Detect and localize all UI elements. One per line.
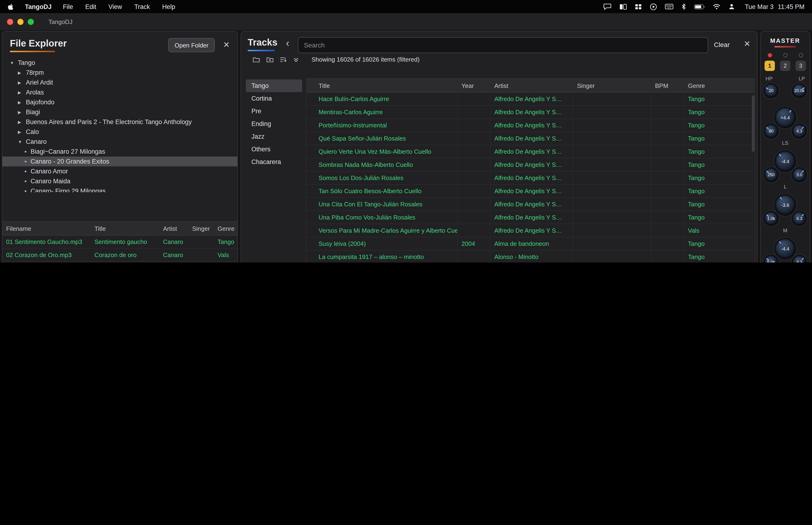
eq-gain-knob[interactable]: +4.4: [775, 107, 796, 128]
chevron-right-icon[interactable]: ▶: [18, 130, 26, 134]
column-header[interactable]: Genre: [214, 225, 237, 232]
eq-freq-knob[interactable]: 80: [764, 124, 779, 139]
search-input[interactable]: [298, 37, 708, 53]
table-row[interactable]: Somos Los Dos-Julián RosalesAlfredo De A…: [306, 171, 755, 185]
tree-item[interactable]: ▶Bajofondo: [2, 97, 237, 107]
table-row[interactable]: Tan Sólo Cuatro Besos-Alberto CuelloAlfr…: [306, 185, 755, 198]
table-row[interactable]: Una Cita Con El Tango-Julián RosalesAlfr…: [306, 198, 755, 211]
eq-q-knob[interactable]: 4.3: [792, 211, 807, 226]
table-row[interactable]: 02 Corazon de Oro.mp3Corazon de oroCanar…: [2, 249, 237, 262]
category-ending[interactable]: Ending: [246, 118, 302, 130]
eq-gain-knob[interactable]: -4.4: [775, 238, 796, 259]
bullet-icon[interactable]: •: [25, 178, 31, 185]
bullet-icon[interactable]: •: [25, 158, 31, 165]
chevron-right-icon[interactable]: ▶: [18, 100, 26, 105]
table-row[interactable]: Susy leiva (2004)2004Alma de bandoneonTa…: [306, 237, 755, 251]
bullet-icon[interactable]: •: [25, 188, 31, 192]
band-button-3[interactable]: 3: [796, 61, 806, 71]
eq-q-knob[interactable]: 4.3: [792, 255, 807, 262]
column-header[interactable]: Genre: [684, 79, 755, 92]
chevron-right-icon[interactable]: ▶: [18, 110, 26, 115]
play-circle-icon[interactable]: [650, 3, 657, 10]
eq-freq-knob[interactable]: 5.0k: [764, 255, 779, 262]
hp-knob[interactable]: 20: [764, 83, 779, 98]
category-pre[interactable]: Pre: [246, 105, 302, 118]
band-button-1[interactable]: 1: [765, 61, 775, 71]
category-chacarera[interactable]: Chacarera: [246, 155, 302, 168]
table-row[interactable]: Quiero Verte Una Vez Más-Alberto CuelloA…: [306, 145, 755, 159]
menubar-menu-edit[interactable]: Edit: [85, 3, 96, 10]
menubar-time[interactable]: 11:45 PM: [778, 3, 805, 10]
table-row[interactable]: 01 Sentimento Gaucho.mp3Sentimento gauch…: [2, 236, 237, 249]
keyboard-icon[interactable]: [665, 4, 673, 10]
grid-icon[interactable]: [635, 3, 642, 10]
user-switch-icon[interactable]: [729, 3, 735, 10]
table-row[interactable]: Versos Para Mi Madre-Carlos Aguirre y Al…: [306, 224, 755, 237]
tree-item[interactable]: ▼Tango: [2, 58, 237, 68]
menubar-menu-view[interactable]: View: [109, 3, 122, 10]
table-row[interactable]: Sombras Nada Más-Alberto CuelloAlfredo D…: [306, 159, 755, 171]
clear-search-button[interactable]: Clear: [714, 41, 730, 48]
open-folder-button[interactable]: Open Folder: [168, 38, 215, 52]
chevron-right-icon[interactable]: ▶: [18, 80, 26, 85]
column-header[interactable]: Singer: [573, 79, 651, 92]
eq-q-knob[interactable]: 4.3: [792, 124, 807, 139]
eq-q-knob[interactable]: 3.0: [792, 167, 807, 182]
eq-gain-knob[interactable]: -3.6: [775, 194, 796, 216]
close-window-button[interactable]: [7, 18, 13, 25]
band-button-2[interactable]: 2: [780, 61, 791, 71]
eq-freq-knob[interactable]: 1.0k: [764, 211, 779, 226]
category-others[interactable]: Others: [246, 143, 302, 155]
back-chevron-icon[interactable]: ‹: [283, 37, 292, 49]
zoom-window-button[interactable]: [28, 18, 34, 25]
table-row[interactable]: Mentiras-Carlos AguirreAlfredo De Angeli…: [306, 106, 755, 119]
menubar-menu-help[interactable]: Help: [162, 3, 175, 10]
minimize-window-button[interactable]: [17, 18, 24, 25]
collapse-all-icon[interactable]: [293, 57, 299, 62]
wifi-icon[interactable]: [713, 4, 720, 10]
lp-knob[interactable]: 20.0k: [792, 83, 807, 98]
apple-menu-icon[interactable]: [7, 3, 14, 10]
tree-item[interactable]: •Canaro Amor: [2, 166, 237, 176]
menubar-date[interactable]: Tue Mar 3: [745, 3, 773, 10]
table-row[interactable]: Una Piba Como Vos-Julián RosalesAlfredo …: [306, 211, 755, 224]
tree-item[interactable]: •Canaro- Firpo 29 Milongas: [2, 186, 237, 192]
table-row[interactable]: Qué Sapa Señor-Julián RosalesAlfredo De …: [306, 132, 755, 145]
tree-item[interactable]: •Canaro Maida: [2, 176, 237, 186]
table-row[interactable]: Porteñísimo-InstrumentalAlfredo De Angel…: [306, 119, 755, 132]
column-header[interactable]: Year: [458, 79, 491, 92]
tree-item[interactable]: •Canaro - 20 Grandes Exitos: [2, 156, 237, 166]
chevron-down-icon[interactable]: ▼: [10, 60, 18, 65]
category-tango[interactable]: Tango: [246, 79, 302, 92]
menubar-app-name[interactable]: TangoDJ: [25, 3, 52, 10]
tree-item[interactable]: ▶Buenos Aires and Paris 2 - The Electron…: [2, 117, 237, 127]
chevron-down-icon[interactable]: ▼: [18, 139, 26, 144]
column-header[interactable]: BPM: [651, 79, 684, 92]
sort-icon[interactable]: [280, 57, 287, 62]
tracks-close-icon[interactable]: ✕: [744, 39, 751, 49]
bluetooth-icon[interactable]: [681, 3, 686, 10]
column-header[interactable]: Artist: [159, 225, 188, 232]
column-header[interactable]: Singer: [188, 225, 214, 232]
menubar-menu-track[interactable]: Track: [134, 3, 150, 10]
chevron-right-icon[interactable]: ▶: [18, 90, 26, 95]
eq-gain-knob[interactable]: -4.4: [775, 150, 796, 172]
tree-item[interactable]: ▼Canaro: [2, 137, 237, 147]
add-folder-icon[interactable]: [266, 57, 274, 62]
tree-item[interactable]: ▶Ariel Ardit: [2, 77, 237, 87]
eq-freq-knob[interactable]: 250: [764, 167, 779, 182]
chevron-right-icon[interactable]: ▶: [18, 70, 26, 75]
chevron-right-icon[interactable]: ▶: [18, 120, 26, 124]
bullet-icon[interactable]: •: [25, 148, 31, 155]
column-header[interactable]: Title: [306, 79, 458, 92]
chat-icon[interactable]: [603, 3, 611, 10]
scrollbar-thumb[interactable]: [752, 95, 755, 152]
bullet-icon[interactable]: •: [25, 168, 31, 175]
file-explorer-close-icon[interactable]: ✕: [223, 40, 230, 50]
table-row[interactable]: 03 La Barre Fuerte.mp3La barre fuerteCan…: [2, 262, 237, 262]
category-jazz[interactable]: Jazz: [246, 130, 302, 143]
tree-item[interactable]: ▶Biagi: [2, 107, 237, 117]
split-view-icon[interactable]: [619, 3, 627, 10]
column-header[interactable]: Artist: [491, 79, 573, 92]
tree-item[interactable]: ▶78rpm: [2, 68, 237, 77]
